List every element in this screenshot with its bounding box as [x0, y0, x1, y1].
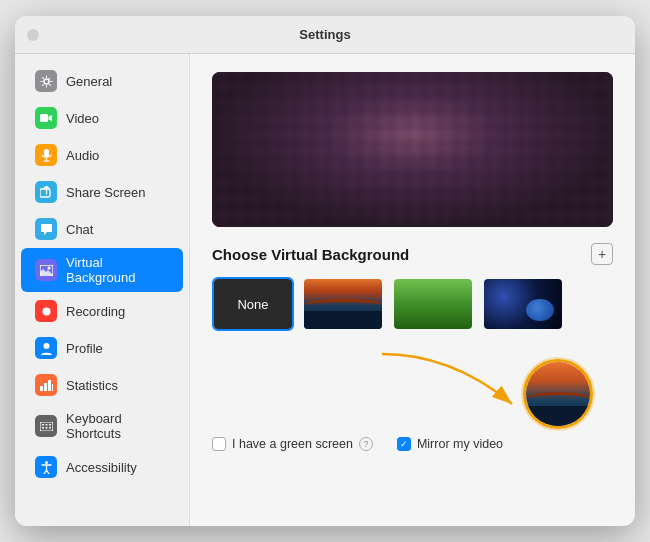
- svg-point-0: [44, 79, 49, 84]
- background-bridge[interactable]: [302, 277, 384, 331]
- svg-rect-5: [40, 189, 50, 197]
- video-icon: [35, 107, 57, 129]
- svg-rect-11: [44, 383, 47, 391]
- green-screen-checkbox[interactable]: [212, 437, 226, 451]
- sidebar-item-keyboard-shortcuts[interactable]: Keyboard Shortcuts: [21, 404, 183, 448]
- svg-rect-13: [52, 384, 53, 391]
- sidebar-label-general: General: [66, 74, 112, 89]
- recording-icon: [35, 300, 57, 322]
- svg-rect-12: [48, 380, 51, 391]
- share-icon: [35, 181, 57, 203]
- settings-window: Settings General Video Audio: [15, 16, 635, 526]
- sidebar-label-video: Video: [66, 111, 99, 126]
- zoomed-bridge-bg: [526, 362, 590, 426]
- backgrounds-row: None: [212, 277, 613, 331]
- sidebar-item-accessibility[interactable]: Accessibility: [21, 449, 183, 485]
- sidebar-item-video[interactable]: Video: [21, 100, 183, 136]
- sidebar-item-chat[interactable]: Chat: [21, 211, 183, 247]
- sidebar: General Video Audio Share Screen: [15, 54, 190, 526]
- sidebar-item-general[interactable]: General: [21, 63, 183, 99]
- svg-rect-18: [42, 427, 44, 429]
- svg-point-9: [43, 343, 49, 349]
- svg-point-21: [45, 461, 48, 464]
- sidebar-label-audio: Audio: [66, 148, 99, 163]
- sidebar-item-virtual-background[interactable]: Virtual Background: [21, 248, 183, 292]
- section-title: Choose Virtual Background: [212, 246, 409, 263]
- svg-rect-16: [45, 424, 47, 426]
- footer-options: I have a green screen ? ✓ Mirror my vide…: [212, 437, 613, 451]
- none-label: None: [214, 279, 292, 329]
- sidebar-item-audio[interactable]: Audio: [21, 137, 183, 173]
- statistics-icon: [35, 374, 57, 396]
- grass-bg: [394, 279, 472, 329]
- virtual-background-icon: [35, 259, 57, 281]
- sidebar-item-profile[interactable]: Profile: [21, 330, 183, 366]
- traffic-lights: [27, 29, 39, 41]
- annotation-container: [212, 349, 613, 429]
- video-preview: [212, 72, 613, 227]
- background-grass[interactable]: [392, 277, 474, 331]
- background-space[interactable]: [482, 277, 564, 331]
- profile-icon: [35, 337, 57, 359]
- svg-rect-2: [44, 149, 49, 157]
- svg-point-7: [47, 266, 50, 269]
- background-none[interactable]: None: [212, 277, 294, 331]
- section-header: Choose Virtual Background +: [212, 243, 613, 265]
- title-bar: Settings: [15, 16, 635, 54]
- zoomed-water: [526, 406, 590, 426]
- content-area: General Video Audio Share Screen: [15, 54, 635, 526]
- help-icon[interactable]: ?: [359, 437, 373, 451]
- sidebar-item-recording[interactable]: Recording: [21, 293, 183, 329]
- chat-icon: [35, 218, 57, 240]
- sidebar-label-share: Share Screen: [66, 185, 146, 200]
- sidebar-item-share[interactable]: Share Screen: [21, 174, 183, 210]
- svg-rect-17: [49, 424, 51, 426]
- bridge-arch: [304, 299, 382, 311]
- zoomed-background-circle: [523, 359, 593, 429]
- svg-rect-19: [45, 427, 47, 429]
- mirror-video-label: Mirror my video: [417, 437, 503, 451]
- green-screen-group: I have a green screen ?: [212, 437, 373, 451]
- svg-rect-14: [40, 422, 53, 431]
- accessibility-icon: [35, 456, 57, 478]
- main-content: Choose Virtual Background + None: [190, 54, 635, 526]
- mirror-video-group: ✓ Mirror my video: [397, 437, 503, 451]
- window-title: Settings: [299, 27, 350, 42]
- svg-rect-15: [42, 424, 44, 426]
- water: [304, 311, 382, 329]
- bridge-bg: [304, 279, 382, 329]
- add-background-button[interactable]: +: [591, 243, 613, 265]
- pixel-overlay: [212, 72, 613, 227]
- mirror-video-checkbox[interactable]: ✓: [397, 437, 411, 451]
- sidebar-item-statistics[interactable]: Statistics: [21, 367, 183, 403]
- close-button[interactable]: [27, 29, 39, 41]
- sidebar-label-recording: Recording: [66, 304, 125, 319]
- sidebar-label-keyboard: Keyboard Shortcuts: [66, 411, 169, 441]
- sidebar-label-accessibility: Accessibility: [66, 460, 137, 475]
- zoomed-bridge-arch: [526, 392, 590, 406]
- sidebar-label-profile: Profile: [66, 341, 103, 356]
- sidebar-label-virtual-background: Virtual Background: [66, 255, 169, 285]
- svg-rect-10: [40, 386, 43, 391]
- svg-point-8: [42, 307, 50, 315]
- sidebar-label-chat: Chat: [66, 222, 93, 237]
- keyboard-icon: [35, 415, 57, 437]
- green-screen-label: I have a green screen: [232, 437, 353, 451]
- svg-rect-1: [40, 114, 48, 122]
- space-bg: [484, 279, 562, 329]
- svg-rect-20: [49, 427, 51, 429]
- audio-icon: [35, 144, 57, 166]
- sidebar-label-statistics: Statistics: [66, 378, 118, 393]
- earth: [526, 299, 554, 321]
- general-icon: [35, 70, 57, 92]
